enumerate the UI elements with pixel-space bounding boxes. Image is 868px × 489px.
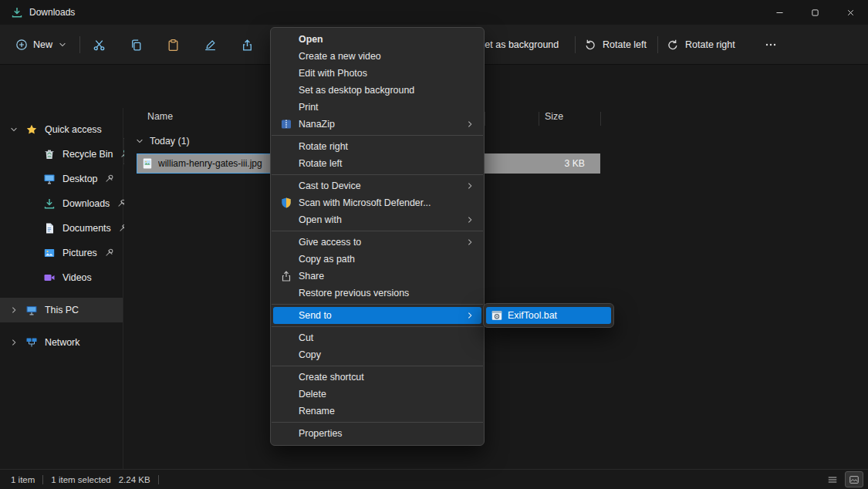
sidebar-item-documents[interactable]: Documents [0,216,123,241]
column-separator[interactable] [600,112,601,126]
submenu-arrow-icon [465,311,475,320]
share-button[interactable] [233,32,261,57]
menu-item-label: Set as desktop background [299,85,414,96]
column-header-size[interactable]: Size [545,111,563,122]
recycle-bin-icon [43,148,56,160]
copy-button[interactable] [122,32,150,57]
group-header-today[interactable]: Today (1) [124,133,190,149]
menu-item-label: Rename [299,406,335,416]
column-separator[interactable] [485,112,485,126]
menu-item-create-shortcut[interactable]: Create shortcut [273,369,481,386]
close-button[interactable] [833,0,868,25]
sidebar-item-network[interactable]: Network [0,330,123,355]
downloads-app-icon [11,6,23,19]
rename-button[interactable] [196,32,224,57]
new-button[interactable]: New [8,32,75,57]
rotate-right-button[interactable]: Rotate right [667,32,735,57]
sidebar-item-label: Network [45,337,79,348]
menu-item-rotate-right[interactable]: Rotate right [273,138,481,155]
menu-item-cast-to-device[interactable]: Cast to Device [273,177,481,194]
nanazip-icon [280,118,292,130]
sidebar-item-videos[interactable]: Videos [0,265,123,290]
menu-item-label: Properties [299,428,342,439]
menu-item-label: Send to [299,310,332,321]
submenu-item-exiftool-bat[interactable]: ExifTool.bat [486,307,611,324]
column-separator[interactable] [539,112,539,126]
sidebar-item-pictures[interactable]: Pictures [0,241,123,265]
menu-item-label: Restore previous versions [299,288,409,298]
copy-icon [130,39,143,52]
new-button-label: New [33,39,52,50]
set-as-background-button[interactable]: Set as background [478,32,559,57]
bat-file-icon [491,309,503,322]
submenu-item-label: ExifTool.bat [508,310,557,321]
toolbar-separator [575,36,576,53]
menu-item-label: Create a new video [299,51,381,62]
file-name-cell[interactable]: william-henry-gates-iii.jpg [137,153,273,174]
chevron-right-icon [9,305,19,315]
cut-button[interactable] [85,32,113,57]
more-icon [765,39,777,51]
menu-item-rotate-left[interactable]: Rotate left [273,155,481,172]
menu-item-label: Cast to Device [299,180,361,191]
rotate-right-label: Rotate right [685,39,735,50]
menu-item-nanazip[interactable]: NanaZip [273,116,481,133]
sidebar-item-downloads[interactable]: Downloads [0,191,123,216]
statusbar-separator [158,475,159,484]
menu-item-open[interactable]: Open [273,31,481,48]
menu-item-label: NanaZip [299,119,335,130]
menu-item-copy-as-path[interactable]: Copy as path [273,251,481,268]
column-header-name[interactable]: Name [147,111,173,122]
details-view-button[interactable] [823,471,842,487]
submenu-arrow-icon [465,120,475,129]
menu-item-label: Cut [299,332,313,343]
menu-item-edit-with-photos[interactable]: Edit with Photos [273,65,481,82]
menu-item-label: Open with [299,214,342,225]
menu-item-rename[interactable]: Rename [273,403,481,420]
view-switcher [823,471,863,487]
menu-item-restore-previous-versions[interactable]: Restore previous versions [273,285,481,302]
maximize-icon [810,8,820,18]
toolbar-icon-group [85,32,261,57]
paste-icon [167,39,180,52]
menu-item-label: Scan with Microsoft Defender... [299,197,431,208]
sidebar-item-quick-access[interactable]: Quick access [0,117,123,142]
star-icon [25,123,38,136]
toolbar-separator [79,36,80,53]
menu-item-print[interactable]: Print [273,99,481,116]
sidebar-item-this-pc[interactable]: This PC [0,298,123,322]
rotate-left-button[interactable]: Rotate left [584,32,647,57]
pin-icon [104,174,115,184]
sidebar-item-label: Pictures [62,248,97,258]
group-header-label: Today (1) [150,136,190,147]
menu-item-share[interactable]: Share [273,268,481,285]
sidebar: Quick accessRecycle BinDesktopDownloadsD… [0,108,123,469]
download-icon [43,197,56,210]
sidebar-item-desktop[interactable]: Desktop [0,167,123,191]
menu-item-scan-with-microsoft-defender[interactable]: Scan with Microsoft Defender... [273,194,481,211]
chevron-down-icon [135,137,144,146]
sidebar-item-label: This PC [45,305,79,315]
chevron-down-icon [58,40,67,49]
share-icon [241,39,254,52]
menu-item-create-a-new-video[interactable]: Create a new video [273,48,481,65]
thumbnails-view-button[interactable] [845,471,863,487]
paste-button[interactable] [159,32,187,57]
sidebar-item-recycle-bin[interactable]: Recycle Bin [0,142,123,167]
menu-item-send-to[interactable]: Send to [273,307,481,324]
share-menu-icon [280,270,292,282]
menu-item-cut[interactable]: Cut [273,329,481,346]
window-title: Downloads [29,7,75,18]
rotate-right-icon [667,39,679,51]
menu-item-properties[interactable]: Properties [273,425,481,442]
titlebar: Downloads [0,0,868,25]
see-more-button[interactable] [758,32,784,57]
menu-item-open-with[interactable]: Open with [273,211,481,228]
minimize-button[interactable] [762,0,797,25]
menu-item-set-as-desktop-background[interactable]: Set as desktop background [273,82,481,99]
menu-item-delete[interactable]: Delete [273,386,481,403]
documents-icon [43,222,56,234]
maximize-button[interactable] [797,0,833,25]
menu-item-copy[interactable]: Copy [273,346,481,363]
menu-item-give-access-to[interactable]: Give access to [273,234,481,251]
